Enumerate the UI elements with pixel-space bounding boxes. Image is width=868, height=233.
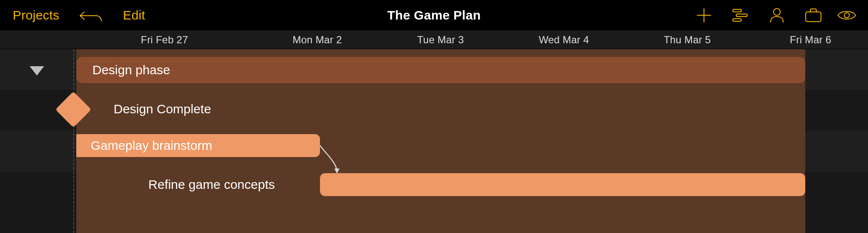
projects-button[interactable]: Projects xyxy=(0,0,68,31)
briefcase-button[interactable] xyxy=(795,0,832,31)
date-column: u Feb 26 xyxy=(0,31,73,49)
timeline-header: u Feb 26Fri Feb 27Mon Mar 2Tue Mar 3Wed … xyxy=(0,31,868,49)
edit-label: Edit xyxy=(123,8,145,22)
phase-label: Design phase xyxy=(92,63,170,77)
milestone-label: Design Complete xyxy=(114,96,211,122)
eye-icon xyxy=(837,9,857,22)
date-column: Fri Feb 27 xyxy=(73,31,256,49)
disclosure-triangle[interactable] xyxy=(30,66,44,76)
svg-rect-2 xyxy=(733,9,741,12)
gantt-chart[interactable]: Design phase Design Complete Gameplay br… xyxy=(0,49,868,233)
phase-bar[interactable]: Design phase xyxy=(76,57,805,83)
task-label-refine: Refine game concepts xyxy=(148,171,275,198)
undo-icon xyxy=(79,8,103,23)
date-column: Fri Mar 6 xyxy=(749,31,868,49)
project-title: The Game Plan xyxy=(387,8,481,22)
view-button[interactable] xyxy=(832,0,868,31)
svg-rect-6 xyxy=(806,12,821,22)
edit-button[interactable]: Edit xyxy=(114,0,154,31)
svg-rect-4 xyxy=(733,19,741,21)
briefcase-icon xyxy=(804,8,822,23)
today-marker xyxy=(73,49,74,233)
date-column: Wed Mar 4 xyxy=(502,31,626,49)
tasks-list-button[interactable] xyxy=(722,0,759,31)
list-icon xyxy=(732,8,749,22)
date-column: Thu Mar 5 xyxy=(626,31,749,49)
toolbar: Projects Edit The Game Plan xyxy=(0,0,868,31)
svg-point-7 xyxy=(844,13,849,18)
task-bar-refine[interactable] xyxy=(320,173,805,196)
undo-button[interactable] xyxy=(68,0,114,31)
task-label: Gameplay brainstorm xyxy=(91,138,212,153)
svg-rect-3 xyxy=(736,14,747,17)
person-icon xyxy=(769,7,785,23)
date-column: Mon Mar 2 xyxy=(256,31,379,49)
plus-icon xyxy=(696,8,712,23)
task-bar-brainstorm[interactable]: Gameplay brainstorm xyxy=(76,134,320,157)
add-button[interactable] xyxy=(686,0,722,31)
assignee-button[interactable] xyxy=(759,0,795,31)
date-column: Tue Mar 3 xyxy=(379,31,502,49)
svg-point-5 xyxy=(773,8,780,15)
projects-label: Projects xyxy=(13,8,59,22)
